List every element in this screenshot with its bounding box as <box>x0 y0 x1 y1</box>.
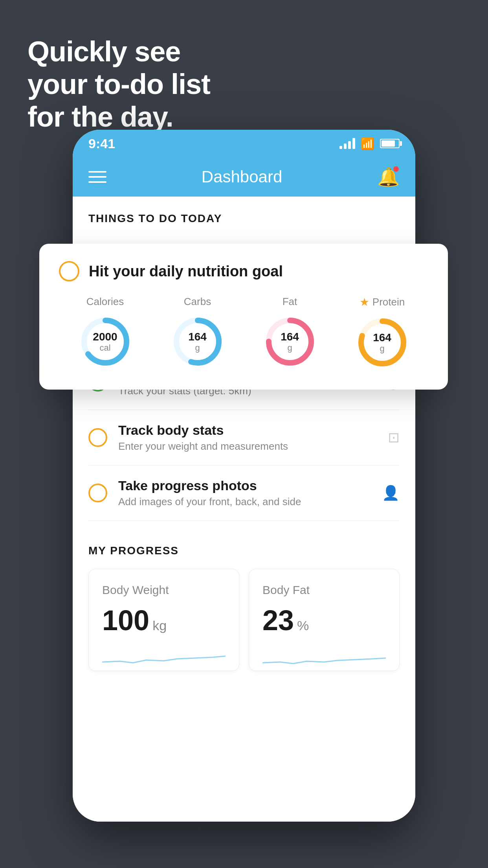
todo-checkbox-progress-photos[interactable] <box>88 484 107 502</box>
carbs-donut: 164 g <box>170 314 225 369</box>
nutrition-carbs: Carbs 164 g <box>151 296 244 369</box>
nutrition-goal-checkbox[interactable] <box>59 261 79 281</box>
todo-title-progress-photos: Take progress photos <box>118 478 371 493</box>
fat-donut: 164 g <box>262 314 317 369</box>
progress-cards: Body Weight 100 kg Body Fat 23 % <box>88 569 400 671</box>
signal-icon <box>339 138 355 149</box>
person-icon: 👤 <box>382 485 400 501</box>
status-time: 9:41 <box>88 136 115 151</box>
body-fat-sparkline <box>262 646 386 670</box>
body-weight-unit: kg <box>152 618 167 633</box>
star-icon: ★ <box>360 296 369 309</box>
card-title-row: Hit your daily nutrition goal <box>59 261 428 281</box>
body-weight-value: 100 <box>102 606 149 634</box>
fat-value: 164 <box>281 331 299 343</box>
todo-item-track-body[interactable]: Track body stats Enter your weight and m… <box>88 410 400 465</box>
nutrition-fat: Fat 164 g <box>244 296 336 369</box>
status-bar: 9:41 📶 <box>73 130 415 157</box>
carbs-value: 164 <box>188 331 207 343</box>
app-header: Dashboard 🔔 <box>73 157 415 197</box>
carbs-label: Carbs <box>184 296 211 308</box>
menu-button[interactable] <box>88 171 106 183</box>
notification-button[interactable]: 🔔 <box>377 166 400 188</box>
fat-unit: g <box>281 343 299 352</box>
scale-icon: ⊡ <box>388 429 400 446</box>
todo-text-progress-photos: Take progress photos Add images of your … <box>118 478 371 508</box>
body-fat-title: Body Fat <box>262 583 386 597</box>
fat-label: Fat <box>283 296 297 308</box>
notification-dot <box>393 166 399 172</box>
things-section-header: THINGS TO DO TODAY <box>73 197 415 233</box>
nutrition-items-row: Calories 2000 cal Carbs <box>59 296 428 370</box>
protein-label: ★ Protein <box>360 296 405 309</box>
progress-section: MY PROGRESS Body Weight 100 kg Body Fat <box>73 544 415 671</box>
nutrition-goal-title: Hit your daily nutrition goal <box>89 263 283 280</box>
header-title: Dashboard <box>202 167 282 186</box>
body-weight-value-row: 100 kg <box>102 606 226 634</box>
todo-checkbox-track-body[interactable] <box>88 428 107 447</box>
todo-text-track-body: Track body stats Enter your weight and m… <box>118 423 377 452</box>
calories-label: Calories <box>86 296 124 308</box>
calories-value: 2000 <box>93 331 117 343</box>
nutrition-card: Hit your daily nutrition goal Calories 2… <box>39 244 448 390</box>
nutrition-calories: Calories 2000 cal <box>59 296 151 369</box>
protein-unit: g <box>373 344 391 353</box>
body-fat-value-row: 23 % <box>262 606 386 634</box>
protein-value: 164 <box>373 332 391 344</box>
body-fat-value: 23 <box>262 606 294 634</box>
body-weight-sparkline <box>102 646 226 670</box>
phone-mockup: 9:41 📶 Dashboard 🔔 THINGS TO DO TOD <box>73 130 415 822</box>
todo-sub-track-body: Enter your weight and measurements <box>118 440 377 452</box>
status-icons: 📶 <box>339 137 400 150</box>
todo-sub-progress-photos: Add images of your front, back, and side <box>118 496 371 508</box>
body-fat-unit: % <box>297 618 309 633</box>
battery-icon <box>380 139 400 148</box>
todo-title-track-body: Track body stats <box>118 423 377 438</box>
calories-unit: cal <box>93 343 117 352</box>
progress-section-header: MY PROGRESS <box>88 544 400 557</box>
wifi-icon: 📶 <box>361 137 374 150</box>
nutrition-protein: ★ Protein 164 g <box>336 296 428 370</box>
calories-donut: 2000 cal <box>78 314 133 369</box>
hero-headline: Quickly see your to-do list for the day. <box>28 35 210 133</box>
carbs-unit: g <box>188 343 207 352</box>
body-weight-card[interactable]: Body Weight 100 kg <box>88 569 239 671</box>
body-fat-card[interactable]: Body Fat 23 % <box>249 569 400 671</box>
todo-item-progress-photos[interactable]: Take progress photos Add images of your … <box>88 465 400 521</box>
protein-donut: 164 g <box>355 315 410 370</box>
body-weight-title: Body Weight <box>102 583 226 597</box>
